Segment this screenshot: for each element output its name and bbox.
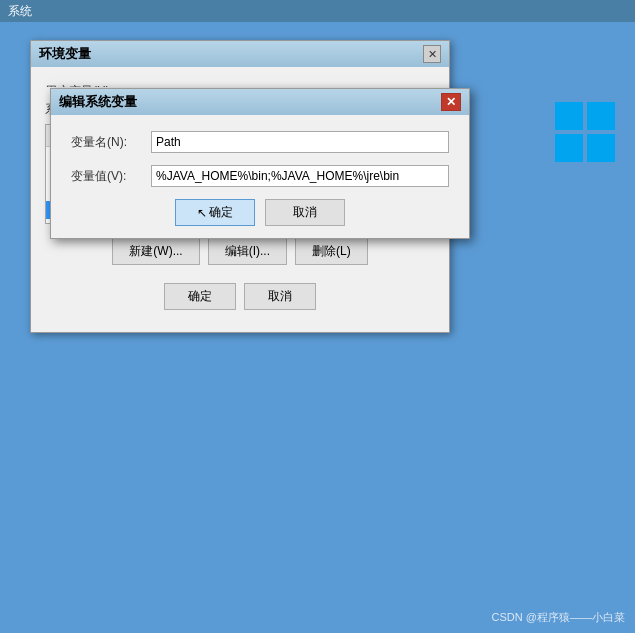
edit-dialog-close[interactable]: ✕ xyxy=(441,93,461,111)
user-vars-label: 用户变量(U) xyxy=(45,83,435,87)
env-dialog-title: 环境变量 xyxy=(39,45,91,63)
system-buttons: 新建(W)... 编辑(I)... 删除(L) xyxy=(45,238,435,265)
windows-logo xyxy=(555,102,615,162)
var-value-row: 变量值(V): xyxy=(71,165,449,187)
var-value-label: 变量值(V): xyxy=(71,168,151,185)
svg-rect-1 xyxy=(587,102,615,130)
edit-dialog: 编辑系统变量 ✕ 变量名(N): 变量值(V): ↖ 确定 取消 xyxy=(50,88,470,239)
top-bar-label: 系统 xyxy=(8,3,32,20)
edit-dialog-buttons: ↖ 确定 取消 xyxy=(71,199,449,226)
var-name-input[interactable] xyxy=(151,131,449,153)
cursor-icon: ↖ xyxy=(197,206,207,220)
env-bottom-buttons: 确定 取消 xyxy=(45,275,435,322)
watermark: CSDN @程序猿——小白菜 xyxy=(492,610,625,625)
edit-dialog-title: 编辑系统变量 xyxy=(59,93,137,111)
delete-system-btn[interactable]: 删除(L) xyxy=(295,238,368,265)
env-cancel-btn[interactable]: 取消 xyxy=(244,283,316,310)
edit-system-btn[interactable]: 编辑(I)... xyxy=(208,238,287,265)
top-bar: 系统 xyxy=(0,0,635,22)
env-ok-btn[interactable]: 确定 xyxy=(164,283,236,310)
svg-rect-3 xyxy=(587,134,615,162)
var-value-input[interactable] xyxy=(151,165,449,187)
edit-dialog-content: 变量名(N): 变量值(V): ↖ 确定 取消 xyxy=(51,115,469,238)
edit-cancel-btn[interactable]: 取消 xyxy=(265,199,345,226)
var-name-row: 变量名(N): xyxy=(71,131,449,153)
edit-ok-btn[interactable]: ↖ 确定 xyxy=(175,199,255,226)
svg-rect-2 xyxy=(555,134,583,162)
env-dialog-close[interactable]: ✕ xyxy=(423,45,441,63)
edit-dialog-titlebar: 编辑系统变量 ✕ xyxy=(51,89,469,115)
svg-rect-0 xyxy=(555,102,583,130)
env-dialog-titlebar: 环境变量 ✕ xyxy=(31,41,449,67)
var-name-label: 变量名(N): xyxy=(71,134,151,151)
new-system-btn[interactable]: 新建(W)... xyxy=(112,238,199,265)
